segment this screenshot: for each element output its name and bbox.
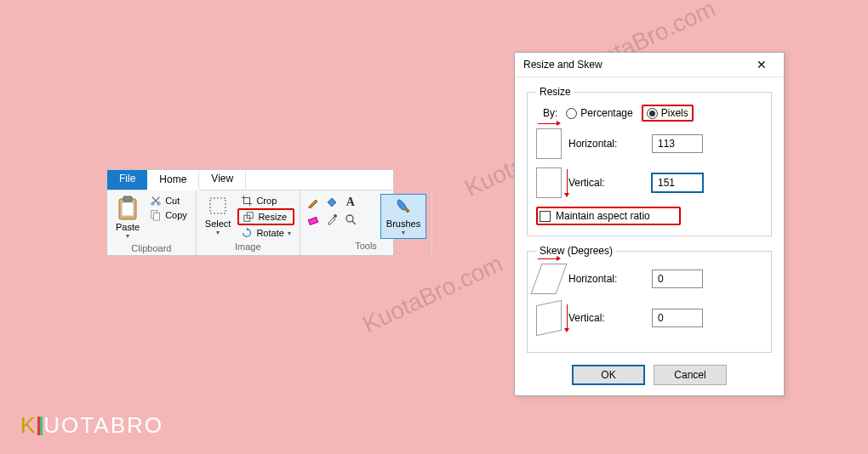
dialog-titlebar[interactable]: Resize and Skew ✕ [515,53,784,77]
image-group-label: Image [202,241,294,252]
group-clipboard: Paste ▾ Cut Copy Clipboard [107,190,197,255]
resize-fieldset: Resize By: Percentage Pixels Horizontal: [527,86,772,236]
resize-button[interactable]: Resize [237,208,294,225]
paint-ribbon: File Home View Paste ▾ Cu [106,169,394,256]
paste-button[interactable]: Paste ▾ [112,194,143,241]
tools-grid: A [306,194,377,228]
horizontal-label: Horizontal: [568,138,645,150]
tab-file[interactable]: File [107,170,147,190]
copy-icon [150,209,162,221]
tab-home[interactable]: Home [147,171,199,190]
select-button[interactable]: Select ▾ [202,194,235,238]
tools-group-label: Tools [306,241,426,251]
svg-rect-7 [210,198,226,213]
clipboard-icon [117,196,139,221]
svg-point-11 [334,214,337,218]
resize-horizontal-input[interactable] [652,134,703,153]
radio-icon [566,108,577,119]
picker-tool[interactable] [324,213,340,226]
fill-tool[interactable] [324,196,340,209]
radio-pixels[interactable]: Pixels [642,105,694,122]
cancel-button[interactable]: Cancel [654,365,727,385]
maintain-aspect-checkbox[interactable]: Maintain aspect ratio [536,207,681,225]
skew-fieldset: Skew (Degrees) Horizontal: Vertical: [527,245,772,353]
skew-h-label: Horizontal: [568,273,645,285]
chevron-down-icon: ▾ [216,229,220,236]
rotate-button[interactable]: Rotate ▾ [237,226,294,240]
crop-button[interactable]: Crop [237,194,294,207]
chevron-down-icon: ▾ [126,232,129,240]
vertical-resize-icon [536,167,562,198]
brushes-button[interactable]: Brushes ▾ [380,194,426,239]
crop-icon [241,195,253,207]
copy-button[interactable]: Copy [146,208,191,222]
svg-point-12 [346,215,353,222]
resize-vertical-input[interactable] [652,173,703,192]
resize-skew-dialog: Resize and Skew ✕ Resize By: Percentage … [514,52,785,396]
close-button[interactable]: ✕ [745,58,779,71]
horizontal-skew-icon [530,264,567,294]
kuotabro-logo: KUOTABRO [20,412,163,439]
scissors-icon [150,195,162,207]
skew-v-label: Vertical: [568,312,645,324]
vertical-skew-icon [536,300,562,336]
rotate-icon [241,227,253,239]
magnifier-tool[interactable] [343,213,358,226]
tab-view[interactable]: View [199,170,246,190]
skew-legend: Skew (Degrees) [536,245,616,257]
svg-rect-1 [122,202,134,216]
pencil-tool[interactable] [306,196,321,209]
brush-icon [393,196,414,218]
paste-label: Paste [116,222,140,232]
resize-icon [243,211,254,223]
eraser-tool[interactable] [306,213,321,226]
svg-rect-2 [123,196,132,201]
checkbox-icon [540,211,551,222]
radio-percentage[interactable]: Percentage [566,107,632,119]
cut-button[interactable]: Cut [146,194,191,207]
ok-button[interactable]: OK [572,365,645,385]
select-icon [208,196,228,218]
horizontal-resize-icon [536,128,562,159]
skew-horizontal-input[interactable] [652,270,703,288]
watermark: KuotaBro.com [359,250,507,338]
radio-icon [647,108,658,119]
by-label: By: [543,107,557,119]
dialog-title: Resize and Skew [523,59,602,71]
group-tools: A Brushes ▾ Tools [300,190,432,255]
svg-rect-10 [308,217,317,224]
clipboard-group-label: Clipboard [112,243,191,253]
ribbon-tabs: File Home View [107,170,393,190]
skew-vertical-input[interactable] [652,309,703,327]
resize-legend: Resize [536,86,574,98]
vertical-label: Vertical: [568,177,645,189]
chevron-down-icon: ▾ [402,229,405,236]
svg-rect-6 [154,213,160,220]
text-tool[interactable]: A [343,196,358,209]
group-image: Select ▾ Crop Resize Rotate ▾ [197,190,300,255]
